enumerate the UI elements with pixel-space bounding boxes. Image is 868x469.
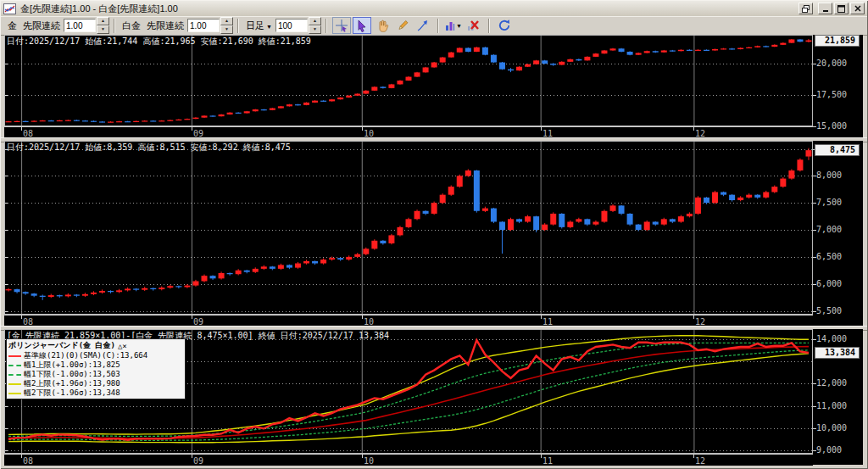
timeframe-select[interactable]: 日足▼	[246, 20, 272, 32]
toolbar-separator	[237, 19, 239, 33]
hand-icon	[376, 19, 389, 32]
toolbar-separator	[114, 19, 115, 33]
spread-bollinger-panel: [金 先限連続 21,859×1.00]-[白金 先限連続 8,475×1.00…	[4, 329, 863, 465]
gold-chart-canvas[interactable]	[4, 35, 813, 126]
gold-ratio-spinner[interactable]: ▲▼	[97, 17, 109, 34]
y-tick-label: 20,000	[816, 59, 847, 68]
delete-x-icon	[467, 20, 480, 31]
x-tick	[21, 455, 22, 458]
x-tick	[541, 455, 542, 458]
platinum-ratio-input[interactable]	[187, 19, 220, 32]
gold-series-label: 先限連続	[23, 20, 60, 32]
x-tick	[21, 315, 22, 319]
platinum-price-axis[interactable]: 8,5008,0007,5007,0006,5006,0005,5008,475	[813, 141, 863, 326]
current-price-label: 13,384	[815, 347, 860, 359]
legend-line-swatch	[8, 374, 21, 376]
toolbar-separator	[437, 19, 439, 33]
crosshair-tool-button[interactable]	[332, 17, 351, 34]
gold-candlestick-panel: 日付:2025/12/17 始値:21,744 高値:21,965 安値:21,…	[4, 35, 863, 137]
y-tick-label: 6,500	[816, 252, 842, 261]
platinum-chart-canvas[interactable]	[4, 141, 813, 315]
x-tick-label: 08	[23, 456, 33, 466]
x-tick	[693, 455, 694, 458]
title-bar[interactable]: 金[先限連続]1.00 - 白金[先限連続]1.00	[1, 1, 867, 17]
platinum-series-label: 先限連続	[147, 20, 184, 32]
spin-up-icon[interactable]: ▲	[309, 17, 321, 25]
legend-item: 幅2下限(-1.96σ):13,348	[8, 388, 183, 398]
maximize-button[interactable]	[834, 3, 849, 14]
legend-line-swatch	[8, 355, 21, 357]
spin-down-icon[interactable]: ▼	[220, 25, 233, 34]
crosshair-icon	[335, 19, 348, 32]
x-tick	[192, 127, 192, 131]
toolbar: 金 先限連続 ▲▼ 白金 先限連続 ▲▼ 日足▼ ▲▼	[1, 16, 867, 36]
spin-down-icon[interactable]: ▼	[309, 25, 321, 34]
y-tick-label: 9,000	[816, 445, 842, 455]
cascade-button[interactable]	[798, 3, 813, 14]
chart-app-window: 金[先限連続]1.00 - 白金[先限連続]1.00 金 先限連続 ▲▼ 白金 …	[0, 0, 868, 469]
x-tick	[693, 127, 694, 131]
y-tick-label: 12,000	[816, 378, 847, 388]
x-tick	[192, 455, 192, 458]
minimize-button[interactable]	[818, 3, 832, 14]
x-tick	[693, 315, 694, 319]
platinum-time-axis[interactable]: 0809101112	[4, 315, 813, 327]
platinum-symbol-label: 白金	[122, 20, 141, 32]
cascade-icon	[802, 5, 810, 13]
gold-symbol-label: 金	[8, 20, 17, 32]
toolbar-separator	[326, 19, 327, 33]
close-icon	[854, 5, 861, 12]
spin-up-icon[interactable]: ▲	[220, 17, 233, 25]
y-tick-label: 8,000	[816, 170, 842, 180]
platinum-candles	[6, 148, 812, 300]
y-tick-label: 7,500	[816, 198, 842, 207]
gold-ratio-input[interactable]	[64, 19, 96, 32]
bar-chart-icon	[445, 20, 454, 31]
legend-window-controls[interactable]: △×	[118, 342, 127, 350]
arrow-pointer-icon	[416, 19, 430, 32]
spin-up-icon[interactable]: ▲	[97, 17, 109, 25]
delete-drawing-button[interactable]	[465, 17, 483, 34]
x-tick	[541, 127, 542, 131]
spread-time-axis[interactable]: 0809101112	[4, 454, 813, 466]
x-tick-label: 11	[542, 456, 553, 466]
spin-down-icon[interactable]: ▼	[97, 25, 109, 34]
pencil-tool-button[interactable]	[393, 17, 412, 34]
y-tick-label: 15,000	[816, 121, 847, 131]
y-tick-label: 5,500	[816, 306, 842, 315]
x-tick	[362, 315, 363, 319]
current-price-label: 8,475	[815, 144, 860, 156]
platinum-candlestick-panel: 日付:2025/12/17 始値:8,359 高値:8,515 安値:8,292…	[4, 141, 863, 326]
chart-window-icon	[3, 3, 16, 14]
y-tick-label: 14,000	[816, 334, 847, 343]
y-tick-label: 7,000	[816, 225, 842, 234]
refresh-button[interactable]	[495, 17, 514, 34]
close-button[interactable]	[850, 3, 865, 14]
refresh-icon	[498, 19, 511, 32]
x-tick	[541, 315, 542, 319]
gold-price-axis[interactable]: 20,00017,50015,00021,859	[813, 35, 863, 137]
x-tick-label: 10	[364, 456, 374, 466]
x-tick	[21, 127, 22, 131]
chart-type-button[interactable]: ▼	[444, 17, 463, 34]
legend-line-swatch	[8, 365, 21, 366]
gold-ohlc-header: 日付:2025/12/17 始値:21,744 高値:21,965 安値:21,…	[7, 36, 311, 47]
current-price-label: 21,859	[815, 35, 860, 47]
maximize-icon	[837, 5, 845, 13]
bar-count-spinner[interactable]: ▲▼	[309, 17, 321, 34]
indicator-legend: ボリンジャーバンド(金 白金) △× 基準線(21)(0)(SMA)(C):13…	[6, 338, 186, 399]
y-tick-label: 10,000	[816, 423, 847, 433]
bar-count-input[interactable]	[275, 19, 308, 32]
gold-candles	[6, 39, 812, 123]
platinum-ratio-spinner[interactable]: ▲▼	[220, 17, 233, 34]
chevron-down-icon: ▼	[266, 24, 272, 30]
pointer-tool-button[interactable]	[353, 17, 371, 34]
pointer-icon	[356, 20, 368, 32]
platinum-ohlc-header: 日付:2025/12/17 始値:8,359 高値:8,515 安値:8,292…	[7, 142, 291, 154]
trendline-tool-button[interactable]	[414, 17, 432, 34]
spread-price-axis[interactable]: 14,00012,00011,00010,0009,00013,384	[813, 329, 863, 465]
y-tick-label: 6,000	[816, 279, 842, 288]
toolbar-separator	[488, 19, 490, 33]
hand-tool-button[interactable]	[373, 17, 392, 34]
gold-time-axis[interactable]: 0809101112	[4, 126, 813, 138]
